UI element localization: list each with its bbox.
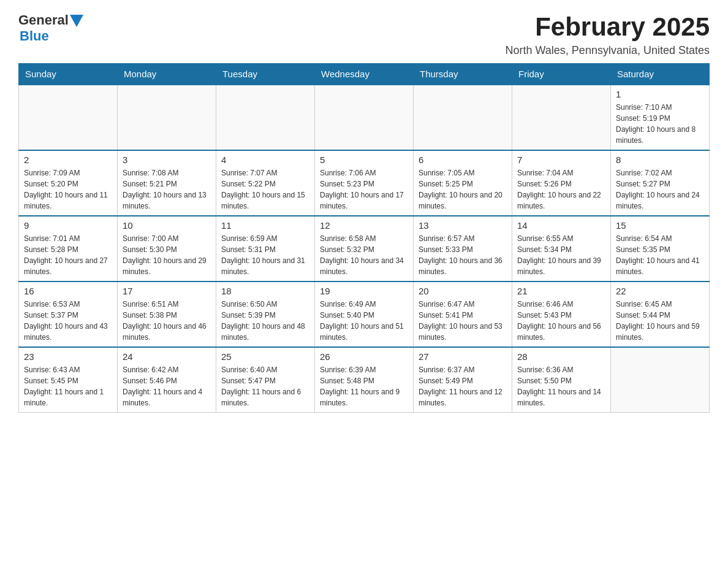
day-header-friday: Friday: [512, 64, 611, 85]
calendar-cell: [512, 85, 611, 150]
day-number: 28: [517, 351, 605, 362]
day-header-monday: Monday: [118, 64, 216, 85]
calendar-cell: 3Sunrise: 7:08 AM Sunset: 5:21 PM Daylig…: [118, 150, 216, 216]
day-info: Sunrise: 7:01 AM Sunset: 5:28 PM Dayligh…: [24, 233, 112, 277]
calendar-cell: 26Sunrise: 6:39 AM Sunset: 5:48 PM Dayli…: [315, 347, 414, 413]
day-number: 25: [221, 351, 309, 362]
day-header-sunday: Sunday: [19, 64, 118, 85]
day-info: Sunrise: 6:57 AM Sunset: 5:33 PM Dayligh…: [419, 233, 507, 277]
day-info: Sunrise: 7:09 AM Sunset: 5:20 PM Dayligh…: [24, 167, 112, 212]
calendar-cell: 27Sunrise: 6:37 AM Sunset: 5:49 PM Dayli…: [414, 347, 512, 413]
calendar-week-3: 9Sunrise: 7:01 AM Sunset: 5:28 PM Daylig…: [19, 216, 710, 282]
calendar-cell: 23Sunrise: 6:43 AM Sunset: 5:45 PM Dayli…: [19, 347, 118, 413]
day-info: Sunrise: 6:51 AM Sunset: 5:38 PM Dayligh…: [123, 299, 211, 343]
calendar-cell: [315, 85, 414, 150]
calendar-cell: 4Sunrise: 7:07 AM Sunset: 5:22 PM Daylig…: [216, 150, 315, 216]
day-number: 19: [320, 286, 408, 296]
calendar-cell: 28Sunrise: 6:36 AM Sunset: 5:50 PM Dayli…: [512, 347, 611, 413]
day-number: 2: [24, 155, 112, 165]
logo-blue-text: Blue: [20, 28, 49, 44]
day-number: 24: [123, 351, 211, 362]
day-number: 21: [517, 286, 605, 296]
calendar-cell: [19, 85, 118, 150]
day-number: 15: [616, 220, 704, 231]
day-info: Sunrise: 7:07 AM Sunset: 5:22 PM Dayligh…: [221, 167, 309, 212]
calendar-cell: [414, 85, 512, 150]
day-info: Sunrise: 6:53 AM Sunset: 5:37 PM Dayligh…: [24, 299, 112, 343]
calendar-cell: 7Sunrise: 7:04 AM Sunset: 5:26 PM Daylig…: [512, 150, 611, 216]
day-info: Sunrise: 7:10 AM Sunset: 5:19 PM Dayligh…: [616, 102, 704, 146]
calendar-cell: 18Sunrise: 6:50 AM Sunset: 5:39 PM Dayli…: [216, 282, 315, 347]
calendar-cell: 6Sunrise: 7:05 AM Sunset: 5:25 PM Daylig…: [414, 150, 512, 216]
calendar-cell: 17Sunrise: 6:51 AM Sunset: 5:38 PM Dayli…: [118, 282, 216, 347]
location-title: North Wales, Pennsylvania, United States: [506, 44, 710, 57]
day-info: Sunrise: 6:45 AM Sunset: 5:44 PM Dayligh…: [616, 299, 704, 343]
day-info: Sunrise: 7:05 AM Sunset: 5:25 PM Dayligh…: [419, 167, 507, 212]
page-header: General Blue February 2025 North Wales, …: [18, 12, 710, 57]
days-header-row: SundayMondayTuesdayWednesdayThursdayFrid…: [19, 64, 710, 85]
day-info: Sunrise: 6:37 AM Sunset: 5:49 PM Dayligh…: [419, 364, 507, 408]
day-number: 3: [123, 155, 211, 165]
day-info: Sunrise: 6:59 AM Sunset: 5:31 PM Dayligh…: [221, 233, 309, 277]
day-info: Sunrise: 6:50 AM Sunset: 5:39 PM Dayligh…: [221, 299, 309, 343]
day-info: Sunrise: 7:00 AM Sunset: 5:30 PM Dayligh…: [123, 233, 211, 277]
day-header-wednesday: Wednesday: [315, 64, 414, 85]
day-number: 12: [320, 220, 408, 231]
day-header-tuesday: Tuesday: [216, 64, 315, 85]
svg-marker-0: [70, 15, 83, 27]
day-number: 27: [419, 351, 507, 362]
day-number: 13: [419, 220, 507, 231]
logo: General Blue: [18, 12, 83, 44]
calendar-cell: 13Sunrise: 6:57 AM Sunset: 5:33 PM Dayli…: [414, 216, 512, 282]
day-info: Sunrise: 6:47 AM Sunset: 5:41 PM Dayligh…: [419, 299, 507, 343]
day-header-saturday: Saturday: [611, 64, 710, 85]
calendar-week-1: 1Sunrise: 7:10 AM Sunset: 5:19 PM Daylig…: [19, 85, 710, 150]
day-info: Sunrise: 6:49 AM Sunset: 5:40 PM Dayligh…: [320, 299, 408, 343]
day-info: Sunrise: 7:08 AM Sunset: 5:21 PM Dayligh…: [123, 167, 211, 212]
calendar-cell: [118, 85, 216, 150]
calendar-cell: 16Sunrise: 6:53 AM Sunset: 5:37 PM Dayli…: [19, 282, 118, 347]
day-info: Sunrise: 6:36 AM Sunset: 5:50 PM Dayligh…: [517, 364, 605, 408]
calendar-cell: 2Sunrise: 7:09 AM Sunset: 5:20 PM Daylig…: [19, 150, 118, 216]
day-info: Sunrise: 6:46 AM Sunset: 5:43 PM Dayligh…: [517, 299, 605, 343]
calendar-cell: 12Sunrise: 6:58 AM Sunset: 5:32 PM Dayli…: [315, 216, 414, 282]
day-info: Sunrise: 6:42 AM Sunset: 5:46 PM Dayligh…: [123, 364, 211, 408]
day-number: 14: [517, 220, 605, 231]
day-number: 8: [616, 155, 704, 165]
day-info: Sunrise: 6:58 AM Sunset: 5:32 PM Dayligh…: [320, 233, 408, 277]
calendar-cell: 10Sunrise: 7:00 AM Sunset: 5:30 PM Dayli…: [118, 216, 216, 282]
day-header-thursday: Thursday: [414, 64, 512, 85]
calendar-cell: 1Sunrise: 7:10 AM Sunset: 5:19 PM Daylig…: [611, 85, 710, 150]
calendar-week-5: 23Sunrise: 6:43 AM Sunset: 5:45 PM Dayli…: [19, 347, 710, 413]
calendar-cell: 8Sunrise: 7:02 AM Sunset: 5:27 PM Daylig…: [611, 150, 710, 216]
logo-general-text: General: [18, 12, 69, 28]
calendar-cell: 24Sunrise: 6:42 AM Sunset: 5:46 PM Dayli…: [118, 347, 216, 413]
day-info: Sunrise: 7:02 AM Sunset: 5:27 PM Dayligh…: [616, 167, 704, 212]
calendar-week-4: 16Sunrise: 6:53 AM Sunset: 5:37 PM Dayli…: [19, 282, 710, 347]
day-number: 5: [320, 155, 408, 165]
day-number: 9: [24, 220, 112, 231]
day-number: 26: [320, 351, 408, 362]
month-title: February 2025: [506, 12, 710, 42]
day-number: 1: [616, 89, 704, 99]
day-info: Sunrise: 7:04 AM Sunset: 5:26 PM Dayligh…: [517, 167, 605, 212]
day-number: 20: [419, 286, 507, 296]
calendar-cell: 11Sunrise: 6:59 AM Sunset: 5:31 PM Dayli…: [216, 216, 315, 282]
day-info: Sunrise: 6:43 AM Sunset: 5:45 PM Dayligh…: [24, 364, 112, 408]
calendar-cell: 21Sunrise: 6:46 AM Sunset: 5:43 PM Dayli…: [512, 282, 611, 347]
day-info: Sunrise: 7:06 AM Sunset: 5:23 PM Dayligh…: [320, 167, 408, 212]
calendar-table: SundayMondayTuesdayWednesdayThursdayFrid…: [18, 63, 710, 413]
day-info: Sunrise: 6:54 AM Sunset: 5:35 PM Dayligh…: [616, 233, 704, 277]
day-number: 16: [24, 286, 112, 296]
day-number: 22: [616, 286, 704, 296]
day-number: 11: [221, 220, 309, 231]
day-number: 6: [419, 155, 507, 165]
calendar-body: 1Sunrise: 7:10 AM Sunset: 5:19 PM Daylig…: [19, 85, 710, 413]
day-number: 7: [517, 155, 605, 165]
day-number: 4: [221, 155, 309, 165]
calendar-cell: 5Sunrise: 7:06 AM Sunset: 5:23 PM Daylig…: [315, 150, 414, 216]
day-info: Sunrise: 6:39 AM Sunset: 5:48 PM Dayligh…: [320, 364, 408, 408]
logo-triangle-icon: [70, 15, 83, 27]
calendar-cell: 15Sunrise: 6:54 AM Sunset: 5:35 PM Dayli…: [611, 216, 710, 282]
day-number: 10: [123, 220, 211, 231]
